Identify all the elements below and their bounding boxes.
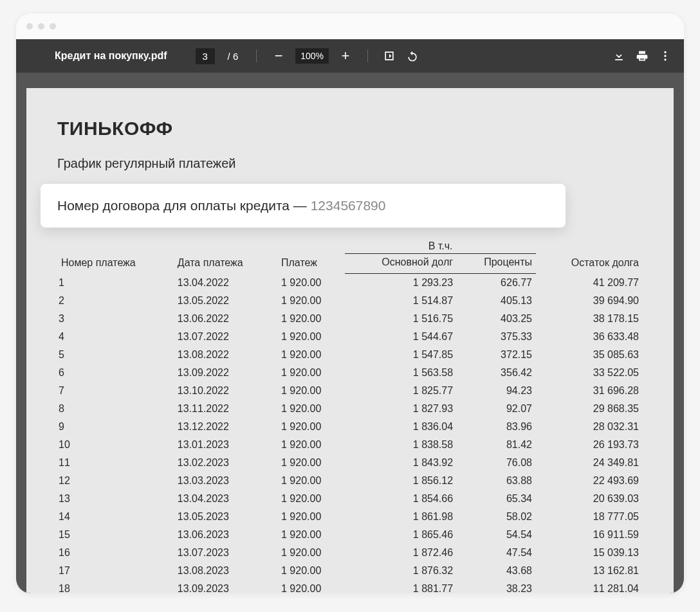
cell-balance: 11 281.04 xyxy=(536,580,643,593)
window-titlebar xyxy=(16,14,684,39)
table-row: 1013.01.20231 920.001 838.5881.4226 193.… xyxy=(57,436,643,454)
window-dot-minimize[interactable] xyxy=(38,23,44,30)
cell-payment: 1 920.00 xyxy=(277,562,345,580)
table-row: 813.11.20221 920.001 827.9392.0729 868.3… xyxy=(57,400,643,418)
cell-principal: 1 861.98 xyxy=(345,508,457,526)
more-icon[interactable] xyxy=(658,49,672,63)
cell-interest: 356.42 xyxy=(457,364,536,382)
cell-number: 10 xyxy=(57,436,174,454)
cell-interest: 83.96 xyxy=(457,418,536,436)
table-row: 1613.07.20231 920.001 872.4647.5415 039.… xyxy=(57,544,643,562)
pdf-page: ТИНЬКОФФ График регулярный платежей Номе… xyxy=(26,88,674,593)
table-row: 1213.03.20231 920.001 856.1263.8822 493.… xyxy=(57,472,643,490)
cell-interest: 54.54 xyxy=(457,526,536,544)
cell-payment: 1 920.00 xyxy=(277,436,345,454)
menu-icon[interactable] xyxy=(28,49,42,63)
table-row: 1513.06.20231 920.001 865.4654.5416 911.… xyxy=(57,526,643,544)
table-row: 913.12.20221 920.001 836.0483.9628 032.3… xyxy=(57,418,643,436)
pdf-viewport[interactable]: ТИНЬКОФФ График регулярный платежей Номе… xyxy=(16,73,684,593)
cell-balance: 16 911.59 xyxy=(536,526,643,544)
cell-number: 8 xyxy=(57,400,174,418)
cell-number: 13 xyxy=(57,490,174,508)
col-balance: Остаток долга xyxy=(536,238,643,274)
cell-payment: 1 920.00 xyxy=(277,580,345,593)
table-row: 213.05.20221 920.001 514.87405.1339 694.… xyxy=(57,292,643,310)
cell-date: 13.02.2023 xyxy=(174,454,277,472)
svg-point-1 xyxy=(664,55,666,57)
col-interest: Проценты xyxy=(457,254,536,274)
cell-principal: 1 881.77 xyxy=(345,580,457,593)
table-row: 313.06.20221 920.001 516.75403.2538 178.… xyxy=(57,310,643,328)
cell-date: 13.09.2022 xyxy=(174,364,277,382)
cell-date: 13.12.2022 xyxy=(174,418,277,436)
cell-date: 13.03.2023 xyxy=(174,472,277,490)
cell-principal: 1 865.46 xyxy=(345,526,457,544)
cell-interest: 63.88 xyxy=(457,472,536,490)
cell-date: 13.07.2023 xyxy=(174,544,277,562)
cell-number: 7 xyxy=(57,382,174,400)
zoom-level[interactable]: 100% xyxy=(295,48,329,64)
page-total: / 6 xyxy=(228,51,239,62)
brand-logo: ТИНЬКОФФ xyxy=(57,118,643,140)
cell-interest: 81.42 xyxy=(457,436,536,454)
col-principal: Основной долг xyxy=(345,254,457,274)
cell-payment: 1 920.00 xyxy=(277,526,345,544)
cell-payment: 1 920.00 xyxy=(277,472,345,490)
cell-payment: 1 920.00 xyxy=(277,544,345,562)
cell-interest: 38.23 xyxy=(457,580,536,593)
cell-interest: 626.77 xyxy=(457,274,536,292)
cell-interest: 43.68 xyxy=(457,562,536,580)
window-dot-close[interactable] xyxy=(26,23,33,30)
cell-payment: 1 920.00 xyxy=(277,310,345,328)
cell-date: 13.01.2023 xyxy=(174,436,277,454)
cell-principal: 1 827.93 xyxy=(345,400,457,418)
fit-page-icon[interactable] xyxy=(382,49,396,63)
zoom-in-button[interactable]: + xyxy=(338,48,353,64)
cell-principal: 1 825.77 xyxy=(345,382,457,400)
cell-balance: 24 349.81 xyxy=(536,454,643,472)
cell-principal: 1 547.85 xyxy=(345,346,457,364)
cell-date: 13.04.2022 xyxy=(174,274,277,292)
cell-number: 14 xyxy=(57,508,174,526)
cell-date: 13.05.2022 xyxy=(174,292,277,310)
cell-date: 13.06.2023 xyxy=(174,526,277,544)
cell-payment: 1 920.00 xyxy=(277,346,345,364)
cell-interest: 76.08 xyxy=(457,454,536,472)
cell-interest: 47.54 xyxy=(457,544,536,562)
download-icon[interactable] xyxy=(612,49,626,63)
zoom-out-button[interactable]: − xyxy=(271,48,286,64)
cell-payment: 1 920.00 xyxy=(277,292,345,310)
cell-number: 12 xyxy=(57,472,174,490)
payment-schedule-table: Номер платежа Дата платежа Платеж В т.ч.… xyxy=(57,238,643,593)
cell-principal: 1 854.66 xyxy=(345,490,457,508)
cell-payment: 1 920.00 xyxy=(277,400,345,418)
cell-balance: 28 032.31 xyxy=(536,418,643,436)
cell-number: 15 xyxy=(57,526,174,544)
cell-principal: 1 544.67 xyxy=(345,328,457,346)
cell-balance: 13 162.81 xyxy=(536,562,643,580)
table-row: 713.10.20221 920.001 825.7794.2331 696.2… xyxy=(57,382,643,400)
cell-principal: 1 838.58 xyxy=(345,436,457,454)
cell-number: 4 xyxy=(57,328,174,346)
cell-number: 1 xyxy=(57,274,174,292)
cell-principal: 1 872.46 xyxy=(345,544,457,562)
window-dot-maximize[interactable] xyxy=(50,23,56,30)
cell-payment: 1 920.00 xyxy=(277,274,345,292)
contract-number-callout: Номер договора для оплаты кредита — 1234… xyxy=(41,184,566,228)
rotate-icon[interactable] xyxy=(405,49,419,63)
cell-principal: 1 516.75 xyxy=(345,310,457,328)
document-subtitle: График регулярный платежей xyxy=(57,156,643,171)
cell-number: 17 xyxy=(57,562,174,580)
cell-payment: 1 920.00 xyxy=(277,364,345,382)
contract-number: 1234567890 xyxy=(311,198,386,213)
cell-payment: 1 920.00 xyxy=(277,454,345,472)
svg-point-0 xyxy=(664,51,666,53)
cell-interest: 58.02 xyxy=(457,508,536,526)
cell-date: 13.05.2023 xyxy=(174,508,277,526)
print-icon[interactable] xyxy=(635,49,649,63)
cell-balance: 22 493.69 xyxy=(536,472,643,490)
cell-balance: 35 085.63 xyxy=(536,346,643,364)
cell-number: 5 xyxy=(57,346,174,364)
table-row: 113.04.20221 920.001 293.23626.7741 209.… xyxy=(57,274,643,292)
page-number-input[interactable] xyxy=(196,48,215,64)
